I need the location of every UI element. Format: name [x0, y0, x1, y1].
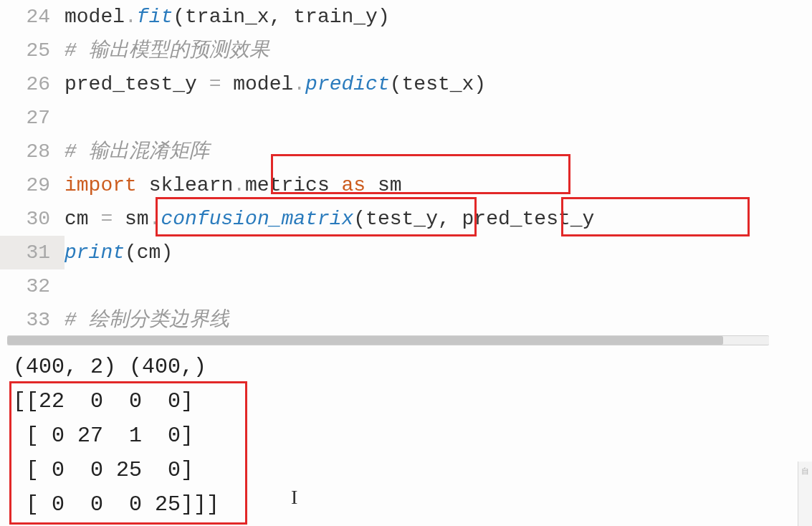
- code-content[interactable]: print(cm): [65, 236, 812, 269]
- line-number: 29: [0, 168, 65, 202]
- code-content[interactable]: # 输出混淆矩阵: [65, 135, 812, 168]
- code-content[interactable]: # 绘制分类边界线: [65, 303, 812, 337]
- code-line[interactable]: 24model.fit(train_x, train_y): [0, 0, 812, 34]
- text-cursor-icon: [294, 489, 295, 510]
- code-token: print: [65, 242, 125, 264]
- code-content[interactable]: import sklearn.metrics as sm: [65, 168, 812, 202]
- code-token: sklearn: [137, 174, 233, 196]
- line-number: 32: [0, 269, 65, 303]
- code-token: metrics: [245, 174, 341, 196]
- line-number: 31: [0, 236, 65, 269]
- code-token: # 绘制分类边界线: [65, 309, 229, 331]
- side-widget: 自: [798, 462, 812, 526]
- code-line[interactable]: 25# 输出模型的预测效果: [0, 34, 812, 67]
- code-line[interactable]: 29import sklearn.metrics as sm: [0, 168, 812, 202]
- code-token: as: [341, 174, 366, 196]
- line-number: 25: [0, 34, 65, 67]
- code-line[interactable]: 32: [0, 269, 812, 303]
- code-token: sm: [113, 208, 148, 230]
- code-token: cm: [65, 208, 100, 230]
- code-line[interactable]: 26pred_test_y = model.predict(test_x): [0, 67, 812, 101]
- line-number: 30: [0, 202, 65, 236]
- code-line[interactable]: 31print(cm): [0, 236, 812, 269]
- side-widget-label: 自: [801, 467, 809, 476]
- code-token: (test_x): [390, 73, 486, 95]
- code-token: import: [65, 174, 137, 196]
- code-token: (train_x, train_y): [173, 6, 389, 28]
- output-matrix-row: [ 0 27 1 0]: [13, 419, 812, 453]
- line-number: 27: [0, 101, 65, 135]
- line-number: 33: [0, 303, 65, 337]
- code-token: =: [209, 73, 221, 95]
- code-token: fit: [137, 6, 173, 28]
- code-editor-pane[interactable]: 24model.fit(train_x, train_y)25# 输出模型的预测…: [0, 0, 812, 337]
- code-token: confusion_matrix: [161, 208, 353, 230]
- code-token: .: [293, 73, 305, 95]
- code-content[interactable]: model.fit(train_x, train_y): [65, 0, 812, 34]
- output-matrix-row: [ 0 0 0 25]]]: [13, 487, 812, 522]
- code-content[interactable]: # 输出模型的预测效果: [65, 34, 812, 67]
- code-line[interactable]: 27: [0, 101, 812, 135]
- output-console[interactable]: (400, 2) (400,)[[22 0 0 0] [ 0 27 1 0] […: [13, 350, 812, 522]
- code-line[interactable]: 28# 输出混淆矩阵: [0, 135, 812, 168]
- code-token: .: [125, 6, 137, 28]
- code-token: sm: [366, 174, 401, 196]
- code-token: (test_y, pred_test_y: [353, 208, 594, 230]
- code-token: # 输出模型的预测效果: [65, 39, 269, 62]
- code-token: model: [65, 6, 125, 28]
- output-shape-line: (400, 2) (400,): [13, 350, 812, 384]
- code-token: .: [149, 208, 161, 230]
- code-token: # 输出混淆矩阵: [65, 140, 209, 163]
- output-matrix-row: [[22 0 0 0]: [13, 384, 812, 419]
- line-number: 28: [0, 135, 65, 168]
- code-line[interactable]: 33# 绘制分类边界线: [0, 303, 812, 337]
- code-line[interactable]: 30cm = sm.confusion_matrix(test_y, pred_…: [0, 202, 812, 236]
- line-number: 24: [0, 0, 65, 34]
- code-token: model: [221, 73, 293, 95]
- code-token: =: [100, 208, 113, 230]
- output-matrix-row: [ 0 0 25 0]: [13, 453, 812, 487]
- code-content[interactable]: cm = sm.confusion_matrix(test_y, pred_te…: [65, 202, 812, 236]
- line-number: 26: [0, 67, 65, 101]
- code-token: predict: [305, 73, 390, 95]
- code-content[interactable]: pred_test_y = model.predict(test_x): [65, 67, 812, 101]
- code-token: .: [233, 174, 245, 196]
- code-token: pred_test_y: [65, 73, 209, 95]
- scrollbar-thumb[interactable]: [7, 336, 723, 345]
- code-token: (cm): [125, 242, 173, 264]
- horizontal-scrollbar[interactable]: [7, 335, 769, 345]
